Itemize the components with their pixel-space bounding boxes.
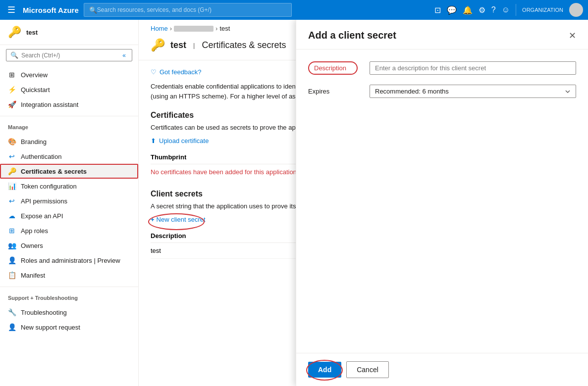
sidebar-search-box[interactable]: 🔍 «	[6, 49, 132, 61]
sidebar-item-app-roles[interactable]: ⊞ App roles	[0, 223, 138, 238]
sidebar-item-label: API permissions	[21, 197, 67, 205]
sidebar-item-token[interactable]: 📊 Token configuration	[0, 179, 138, 193]
description-row: Description	[308, 61, 576, 75]
manifest-icon: 📋	[8, 271, 16, 279]
search-icon: 🔍	[89, 6, 97, 14]
add-button[interactable]: Add	[308, 362, 341, 378]
add-client-secret-panel: Add a client secret ✕ Description Expire…	[296, 20, 588, 386]
portal-icon[interactable]: ⊡	[434, 5, 441, 15]
branding-icon: 🎨	[8, 138, 16, 145]
app-title: Microsoft Azure	[23, 6, 79, 14]
smiley-icon[interactable]: ☺	[502, 5, 510, 14]
sidebar-item-quickstart[interactable]: ⚡ Quickstart	[0, 82, 138, 97]
breadcrumb-app[interactable]	[174, 26, 214, 32]
plus-icon: +	[151, 216, 155, 223]
sidebar-item-owners[interactable]: 👥 Owners	[0, 238, 138, 253]
panel-close-button[interactable]: ✕	[569, 30, 576, 41]
quickstart-icon: ⚡	[8, 86, 16, 94]
sidebar-item-roles-admin[interactable]: 👤 Roles and administrators | Preview	[0, 253, 138, 268]
sidebar-search-input[interactable]	[21, 52, 117, 59]
sidebar-item-label: Troubleshooting	[21, 309, 67, 316]
panel-footer: Add Cancel	[296, 353, 588, 386]
sidebar-item-label: Certificates & secrets	[21, 168, 87, 175]
page-header-icon: 🔑	[151, 38, 165, 52]
sidebar-item-api-permissions[interactable]: ↩ API permissions	[0, 193, 138, 208]
new-secret-label: New client secret	[157, 216, 206, 223]
support-section-title: Support + Troubleshooting	[0, 289, 138, 303]
page-header-app-name: test	[170, 40, 186, 50]
integration-icon: 🚀	[8, 100, 16, 108]
notifications-icon[interactable]: 🔔	[463, 5, 473, 15]
expires-label: Expires	[308, 85, 358, 95]
search-input[interactable]	[97, 6, 286, 13]
sidebar-item-label: Manifest	[21, 272, 45, 279]
expires-select[interactable]: Recommended: 6 months3 months12 months18…	[370, 85, 576, 98]
token-icon: 📊	[8, 182, 16, 190]
main-layout: 🔑 test 🔍 « ⊞ Overview ⚡ Quickstart 🚀 Int…	[0, 20, 588, 386]
manage-section-title: Manage	[0, 118, 138, 132]
panel-header: Add a client secret ✕	[296, 20, 588, 49]
owners-icon: 👥	[8, 241, 16, 249]
description-field	[370, 61, 576, 75]
sidebar-item-label: Expose an API	[21, 212, 63, 220]
upload-label: Upload certificate	[159, 137, 209, 145]
expires-row: Expires Recommended: 6 months3 months12 …	[308, 85, 576, 98]
sidebar-item-label: Integration assistant	[21, 101, 78, 108]
overview-icon: ⊞	[8, 71, 16, 79]
topnav-icons: ⊡ 💬 🔔 ⚙ ? ☺ ORGANIZATION	[434, 3, 583, 17]
sidebar-item-label: New support request	[21, 324, 80, 331]
sidebar-item-new-support[interactable]: 👤 New support request	[0, 320, 138, 335]
api-permissions-icon: ↩	[8, 197, 16, 205]
sidebar-item-authentication[interactable]: ↩ Authentication	[0, 149, 138, 164]
sidebar-item-label: Quickstart	[21, 86, 50, 94]
global-search-box[interactable]: 🔍	[84, 3, 292, 17]
settings-icon[interactable]: ⚙	[479, 5, 485, 15]
authentication-icon: ↩	[8, 152, 16, 160]
sidebar-item-overview[interactable]: ⊞ Overview	[0, 67, 138, 82]
roles-admin-icon: 👤	[8, 256, 16, 264]
hamburger-menu[interactable]: ☰	[5, 2, 18, 18]
sidebar-item-label: Authentication	[21, 153, 61, 160]
sidebar-item-certificates[interactable]: 🔑 Certificates & secrets	[0, 164, 138, 179]
upload-icon: ⬆	[151, 137, 156, 145]
top-navigation: ☰ Microsoft Azure 🔍 ⊡ 💬 🔔 ⚙ ? ☺ ORGANIZA…	[0, 0, 588, 20]
sidebar: 🔑 test 🔍 « ⊞ Overview ⚡ Quickstart 🚀 Int…	[0, 20, 139, 386]
support-nav: 🔧 Troubleshooting 👤 New support request	[0, 303, 138, 337]
app-roles-icon: ⊞	[8, 227, 16, 235]
breadcrumb-home[interactable]: Home	[151, 25, 168, 32]
panel-title: Add a client secret	[308, 30, 396, 41]
avatar[interactable]	[569, 3, 583, 17]
sidebar-item-label: Roles and administrators | Preview	[21, 257, 120, 264]
sidebar-item-expose-api[interactable]: ☁ Expose an API	[0, 208, 138, 223]
sidebar-search-icon: 🔍	[10, 51, 18, 59]
sidebar-item-integration[interactable]: 🚀 Integration assistant	[0, 97, 138, 112]
expose-api-icon: ☁	[8, 212, 16, 220]
description-label: Description	[308, 61, 358, 75]
certificates-icon: 🔑	[8, 167, 16, 175]
sidebar-item-label: Overview	[21, 71, 48, 79]
app-key-icon: 🔑	[8, 26, 21, 39]
expires-field: Recommended: 6 months3 months12 months18…	[370, 85, 576, 98]
sidebar-item-label: App roles	[21, 227, 48, 235]
help-icon[interactable]: ?	[491, 5, 496, 14]
panel-body: Description Expires Recommended: 6 month…	[296, 49, 588, 353]
sidebar-nav: ⊞ Overview ⚡ Quickstart 🚀 Integration as…	[0, 65, 138, 114]
org-label: ORGANIZATION	[522, 7, 563, 13]
manage-nav: 🎨 Branding ↩ Authentication 🔑 Certificat…	[0, 132, 138, 285]
new-support-icon: 👤	[8, 323, 16, 331]
description-input[interactable]	[370, 61, 576, 75]
sidebar-item-manifest[interactable]: 📋 Manifest	[0, 268, 138, 283]
feedback-icon[interactable]: 💬	[447, 5, 457, 15]
sidebar-app-name: test	[26, 29, 38, 36]
sidebar-item-label: Owners	[21, 242, 43, 249]
sidebar-item-label: Token configuration	[21, 183, 77, 190]
sidebar-item-branding[interactable]: 🎨 Branding	[0, 134, 138, 149]
breadcrumb-current: test	[219, 25, 230, 32]
sidebar-item-troubleshooting[interactable]: 🔧 Troubleshooting	[0, 305, 138, 320]
sidebar-item-label: Branding	[21, 138, 47, 145]
cancel-button[interactable]: Cancel	[346, 361, 389, 378]
feedback-label: Got feedback?	[160, 68, 202, 76]
heart-icon: ♡	[151, 68, 157, 76]
troubleshooting-icon: 🔧	[8, 308, 16, 316]
sidebar-collapse-button[interactable]: «	[120, 52, 128, 59]
